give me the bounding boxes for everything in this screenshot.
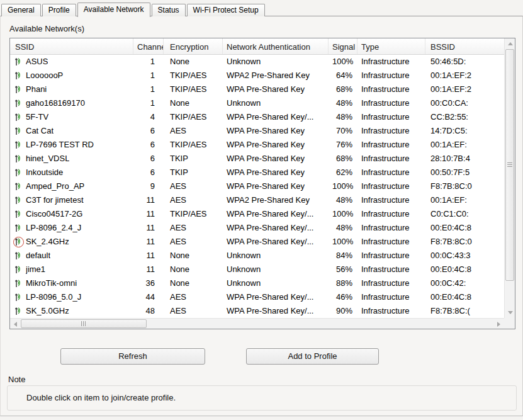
channel-cell: 11: [133, 249, 164, 263]
authentication-cell: WPA Pre-Shared Key: [223, 152, 329, 166]
tab[interactable]: Available Network: [77, 3, 150, 17]
add-to-profile-button[interactable]: Add to Profile: [246, 348, 379, 365]
column-header[interactable]: Channel: [133, 38, 164, 54]
authentication-cell: WPA Pre-Shared Key/...: [223, 235, 329, 249]
arrow-left-icon: [14, 322, 17, 327]
network-row[interactable]: LooooooP 1 TKIP/AES WPA2 Pre-Shared Key …: [10, 69, 504, 82]
ssid-cell: 5F-TV: [10, 110, 133, 124]
network-row[interactable]: Amped_Pro_AP 9 AES WPA Pre-Shared Key 10…: [10, 179, 504, 193]
channel-cell: 1: [133, 96, 164, 110]
channel-cell: 11: [133, 207, 164, 221]
wifi-signal-icon: [13, 237, 24, 247]
type-cell: Infrastructure: [357, 69, 425, 82]
channel-cell: 11: [133, 235, 164, 249]
tab[interactable]: Status: [152, 4, 186, 16]
signal-cell: 100%: [329, 207, 357, 221]
network-row[interactable]: default 11 None Unknown 84% Infrastructu…: [10, 249, 504, 263]
arrow-down-icon: [508, 311, 513, 314]
network-row[interactable]: LP-8096_2.4_J 11 AES WPA Pre-Shared Key/…: [10, 221, 504, 235]
column-header[interactable]: Network Authentication: [223, 38, 329, 54]
encryption-cell: TKIP: [164, 166, 223, 179]
tab-bar: General Profile Available Network Status…: [1, 3, 266, 16]
authentication-cell: Unknown: [223, 96, 329, 110]
bssid-cell: 00:C0:CA:: [425, 96, 504, 110]
bssid-cell: F8:7B:8C:(: [425, 304, 504, 318]
channel-cell: 6: [133, 124, 164, 138]
network-row[interactable]: Cat Cat 6 AES WPA Pre-Shared Key 70% Inf…: [10, 124, 504, 138]
vertical-scrollbar[interactable]: [504, 38, 515, 318]
scroll-up-button[interactable]: [505, 38, 515, 49]
ssid-label: 5F-TV: [26, 110, 48, 124]
network-row[interactable]: LP-7696 TEST RD 6 TKIP/AES WPA Pre-Share…: [10, 138, 504, 152]
vertical-scrollbar-thumb[interactable]: [505, 49, 514, 281]
horizontal-scrollbar-thumb[interactable]: [21, 319, 147, 328]
ssid-cell: Cat Cat: [10, 124, 133, 138]
type-cell: Infrastructure: [357, 124, 425, 138]
signal-cell: 68%: [329, 152, 357, 166]
horizontal-scrollbar[interactable]: [10, 318, 504, 329]
scroll-left-button[interactable]: [10, 319, 21, 329]
scroll-right-button[interactable]: [493, 319, 504, 329]
wifi-signal-icon: [13, 167, 24, 178]
authentication-cell: WPA Pre-Shared Key/...: [223, 221, 329, 235]
ssid-label: default: [26, 249, 50, 263]
authentication-cell: Unknown: [223, 276, 329, 290]
encryption-cell: AES: [164, 304, 223, 318]
ssid-label: SK_5.0GHz: [26, 304, 69, 318]
column-header[interactable]: Signal: [329, 38, 357, 54]
network-row[interactable]: hinet_VDSL 6 TKIP WPA Pre-Shared Key 68%…: [10, 152, 504, 166]
column-header[interactable]: SSID: [10, 38, 133, 54]
network-row[interactable]: LP-8096_5.0_J 44 AES WPA Pre-Shared Key/…: [10, 290, 504, 304]
column-header[interactable]: Type: [357, 38, 425, 54]
wifi-signal-icon: [13, 84, 24, 95]
bssid-cell: 00:E0:4C:8: [425, 263, 504, 276]
column-header[interactable]: BSSID: [425, 38, 504, 54]
wifi-signal-icon: [13, 112, 24, 123]
scrollbar-grip-icon: [81, 321, 86, 326]
note-group-label: Note: [8, 375, 25, 384]
signal-cell: 48%: [329, 193, 357, 207]
bssid-cell: 00:0C:43:3: [425, 249, 504, 263]
network-row[interactable]: gaho168169170 1 None Unknown 48% Infrast…: [10, 96, 504, 110]
network-row[interactable]: SK_5.0GHz 48 AES WPA Pre-Shared Key/... …: [10, 304, 504, 318]
signal-cell: 48%: [329, 110, 357, 124]
network-row[interactable]: Cisco04517-2G 11 TKIP/AES WPA Pre-Shared…: [10, 207, 504, 221]
wifi-signal-icon: [13, 154, 24, 164]
authentication-cell: WPA Pre-Shared Key: [223, 82, 329, 96]
network-row[interactable]: MikroTik-omni 36 None Unknown 88% Infras…: [10, 276, 504, 290]
column-header[interactable]: Encryption: [164, 38, 223, 54]
tab[interactable]: General: [1, 4, 41, 16]
type-cell: Infrastructure: [357, 276, 425, 290]
network-listview: SSID Channel Encryption Network Authenti…: [9, 38, 515, 329]
bssid-cell: CC:B2:55:: [425, 110, 504, 124]
refresh-button[interactable]: Refresh: [60, 348, 205, 365]
wifi-signal-icon: [13, 195, 24, 206]
channel-cell: 6: [133, 166, 164, 179]
ssid-label: LP-8096_5.0_J: [26, 290, 81, 304]
channel-cell: 11: [133, 263, 164, 276]
scroll-down-button[interactable]: [505, 307, 515, 318]
signal-cell: 100%: [329, 235, 357, 249]
ssid-cell: Inkoutside: [10, 166, 133, 179]
arrow-up-icon: [508, 42, 513, 45]
authentication-cell: WPA2 Pre-Shared Key: [223, 193, 329, 207]
ssid-cell: Amped_Pro_AP: [10, 179, 133, 193]
network-row[interactable]: SK_2.4GHz 11 AES WPA Pre-Shared Key/... …: [10, 235, 504, 249]
bssid-cell: 00:E0:4C:8: [425, 221, 504, 235]
signal-cell: 46%: [329, 290, 357, 304]
tab[interactable]: Wi-Fi Protect Setup: [187, 4, 265, 16]
encryption-cell: None: [164, 96, 223, 110]
network-row[interactable]: Inkoutside 6 TKIP WPA Pre-Shared Key 62%…: [10, 166, 504, 179]
encryption-cell: TKIP/AES: [164, 69, 223, 82]
authentication-cell: WPA Pre-Shared Key/...: [223, 110, 329, 124]
network-row[interactable]: C3T for jimetest 11 AES WPA2 Pre-Shared …: [10, 193, 504, 207]
tab[interactable]: Profile: [42, 4, 76, 16]
network-row[interactable]: jime1 11 None Unknown 56% Infrastructure…: [10, 263, 504, 276]
network-row[interactable]: ASUS 1 None Unknown 100% Infrastructure …: [10, 55, 504, 69]
signal-cell: 62%: [329, 166, 357, 179]
bssid-cell: 50:46:5D:: [425, 55, 504, 69]
signal-cell: 90%: [329, 304, 357, 318]
ssid-cell: ASUS: [10, 55, 133, 69]
network-row[interactable]: Phani 1 TKIP/AES WPA Pre-Shared Key 68% …: [10, 82, 504, 96]
network-row[interactable]: 5F-TV 4 TKIP/AES WPA Pre-Shared Key/... …: [10, 110, 504, 124]
